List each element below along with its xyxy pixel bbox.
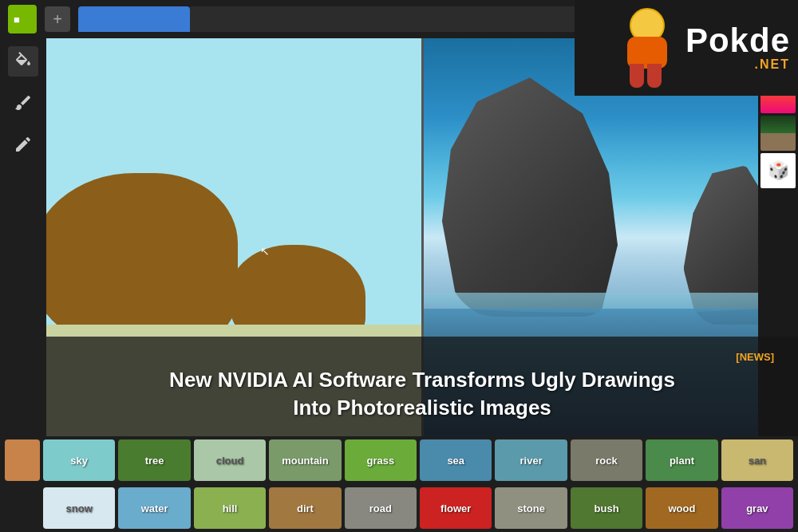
- pokde-logo: Pokde .NET: [575, 0, 798, 96]
- palette-road[interactable]: road: [345, 487, 417, 529]
- add-tab-button[interactable]: +: [45, 6, 70, 32]
- article-headline: New NVIDIA AI Software Transforms Ugly D…: [70, 366, 774, 422]
- palette-row-1: sky tree cloud mountain grass sea river …: [0, 436, 798, 484]
- photo-rock-left: [442, 77, 618, 317]
- rock-shape-1: [46, 173, 238, 349]
- palette-river[interactable]: river: [495, 439, 567, 481]
- cursor: ↖: [260, 245, 267, 251]
- pokde-brand-name: Pokde: [685, 24, 790, 57]
- palette-hill[interactable]: hill: [194, 487, 266, 529]
- color-palette: sky tree cloud mountain grass sea river …: [0, 436, 798, 532]
- palette-row-2: snow water hill dirt road flower stone b…: [0, 484, 798, 532]
- palette-grav[interactable]: grav: [721, 487, 793, 529]
- pencil-tool[interactable]: [8, 129, 38, 160]
- article-overlay: [NEWS] New NVIDIA AI Software Transforms…: [46, 337, 798, 436]
- palette-stone[interactable]: stone: [495, 487, 567, 529]
- mascot-leg1: [630, 64, 644, 88]
- main-area: ↖ 🎲 [NEWS] New NVIDIA AI Software Transf…: [0, 38, 798, 532]
- headline-line2: Into Photorealistic Images: [293, 396, 551, 420]
- palette-snow[interactable]: snow: [43, 487, 115, 529]
- pokde-net-label: .NET: [755, 57, 790, 72]
- palette-mountain[interactable]: mountain: [269, 439, 341, 481]
- active-tab[interactable]: [78, 6, 190, 32]
- palette-water[interactable]: water: [118, 487, 190, 529]
- pokde-mascot: [615, 8, 679, 88]
- palette-sea[interactable]: sea: [420, 439, 492, 481]
- palette-flower[interactable]: flower: [420, 487, 492, 529]
- left-toolbar: [0, 38, 46, 436]
- headline-line1: New NVIDIA AI Software Transforms Ugly D…: [169, 368, 675, 392]
- color-swatch-main[interactable]: [5, 439, 40, 481]
- palette-bush[interactable]: bush: [571, 487, 642, 529]
- palette-grass[interactable]: grass: [345, 439, 417, 481]
- palette-wood[interactable]: wood: [646, 487, 717, 529]
- svg-text:■: ■: [14, 14, 20, 26]
- brush-tool[interactable]: [8, 88, 38, 118]
- palette-sky[interactable]: sky: [43, 439, 115, 481]
- palette-cloud[interactable]: cloud: [194, 439, 266, 481]
- palette-tree[interactable]: tree: [118, 439, 190, 481]
- paint-bucket-tool[interactable]: [8, 46, 38, 77]
- thumbnail-forest[interactable]: [760, 116, 796, 151]
- palette-plant[interactable]: plant: [646, 439, 717, 481]
- palette-rock[interactable]: rock: [571, 439, 642, 481]
- nvidia-logo[interactable]: ■: [8, 5, 37, 33]
- palette-san[interactable]: san: [721, 439, 793, 481]
- pokde-text: Pokde .NET: [685, 24, 790, 72]
- palette-dirt[interactable]: dirt: [269, 487, 341, 529]
- news-tag: [NEWS]: [70, 351, 774, 363]
- mascot-leg2: [647, 64, 662, 88]
- thumbnail-dice[interactable]: 🎲: [760, 153, 796, 188]
